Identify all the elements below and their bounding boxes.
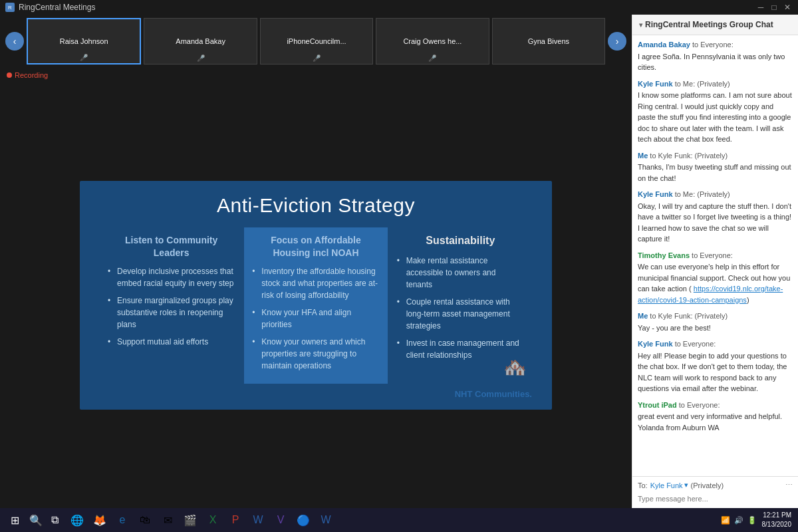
- taskbar: ⊞ 🔍 ⧉ 🌐 🦊 e 🛍 ✉ 🎬 X P W V 🔵 W 📶 🔊 🔋 12:2…: [0, 508, 798, 532]
- chat-to-2: to Kyle Funk: (Privately): [650, 152, 728, 160]
- app-icon: R: [5, 3, 15, 12]
- taskbar-mail-icon[interactable]: ✉: [157, 509, 178, 531]
- window-controls[interactable]: ─ □ ✕: [755, 2, 793, 13]
- participant-name-3: Craig Owens he...: [403, 37, 462, 45]
- participant-bar: ‹ Raisa Johnson 🎤 Amanda Bakay 🎤 iPhoneC…: [0, 15, 632, 68]
- chat-options-button[interactable]: ⋯: [785, 481, 793, 489]
- chat-panel: ▾ RingCentral Meetings Group Chat Amanda…: [632, 15, 798, 508]
- chat-message-3: Kyle Funk to Me: (Privately) Okay, I wil…: [638, 189, 793, 245]
- participant-tile-0[interactable]: Raisa Johnson 🎤: [27, 18, 141, 65]
- participant-name-0: Raisa Johnson: [60, 37, 108, 45]
- col3-bullet-1: Couple rental assistance with long-term …: [397, 296, 524, 332]
- participant-tile-3[interactable]: Craig Owens he... 🎤: [376, 18, 489, 65]
- chat-recipient-type: ▾: [684, 481, 688, 489]
- chat-message-7: Ytrout iPad to Everyone: great event and…: [638, 400, 793, 434]
- col1-bullet-0: Develop inclusive processes that embed r…: [108, 265, 235, 289]
- chat-text-6: Hey all! Please begin to add your questi…: [638, 350, 793, 394]
- participant-tile-1[interactable]: Amanda Bakay 🎤: [144, 18, 257, 65]
- chat-message-0: Amanda Bakay to Everyone: I agree Soña. …: [638, 39, 793, 73]
- title-bar: R RingCentral Meetings ─ □ ✕: [0, 0, 798, 15]
- prev-participant-button[interactable]: ‹: [5, 32, 24, 51]
- slide-footer: NHT Communities.: [100, 389, 532, 399]
- chat-to-4: to Everyone:: [692, 251, 733, 259]
- chat-message-6: Kyle Funk to Everyone: Hey all! Please b…: [638, 338, 793, 394]
- chat-to-7: to Everyone:: [679, 401, 720, 409]
- taskbar-excel-icon[interactable]: X: [202, 509, 223, 531]
- participant-name-1: Amanda Bakay: [176, 37, 225, 45]
- minimize-button[interactable]: ─: [755, 2, 766, 13]
- network-icon[interactable]: 📶: [721, 516, 730, 525]
- chat-sender-6: Kyle Funk: [638, 340, 673, 348]
- col1-header: Listen to Community Leaders: [108, 234, 235, 258]
- volume-icon[interactable]: 🔊: [734, 516, 743, 525]
- chat-to-0: to Everyone:: [692, 41, 733, 49]
- chat-messages: Amanda Bakay to Everyone: I agree Soña. …: [632, 35, 798, 476]
- slide-col-3: Sustainability Make rental assistance ac…: [389, 227, 532, 383]
- taskbar-clock[interactable]: 12:21 PM 8/13/2020: [762, 511, 792, 529]
- chat-sender-0: Amanda Bakay: [638, 41, 690, 49]
- taskbar-edge-icon[interactable]: 🌐: [66, 509, 88, 531]
- chat-sender-5: Me: [638, 312, 648, 320]
- mic-muted-icon-1: 🎤: [197, 55, 205, 62]
- chat-text-0: I agree Soña. In Pennsylvania it was onl…: [638, 51, 793, 73]
- slide: Anti-Eviction Strategy Listen to Communi…: [80, 181, 552, 409]
- chat-message-input[interactable]: [638, 493, 793, 504]
- chat-to-5: to Kyle Funk: (Privately): [650, 312, 728, 320]
- chat-msg-header-4: Timothy Evans to Everyone:: [638, 250, 793, 261]
- col1-bullet-2: Support mutual aid efforts: [108, 336, 235, 348]
- taskbar-store-icon[interactable]: 🛍: [134, 509, 156, 531]
- slide-title: Anti-Eviction Strategy: [100, 194, 532, 217]
- chat-msg-header-3: Kyle Funk to Me: (Privately): [638, 189, 793, 200]
- battery-icon[interactable]: 🔋: [747, 516, 757, 525]
- taskbar-chrome-icon[interactable]: 🔵: [293, 509, 314, 531]
- recording-dot: [7, 72, 12, 78]
- task-view-button[interactable]: ⧉: [45, 508, 64, 532]
- chat-collapse-arrow[interactable]: ▾: [639, 21, 642, 29]
- chat-link-4[interactable]: https://covid19.nlc.org/take-action/covi…: [638, 285, 783, 304]
- col2-bullet-1: Know your HFA and align priorities: [252, 307, 379, 331]
- chat-sender-3: Kyle Funk: [638, 190, 673, 198]
- taskbar-word2-icon[interactable]: W: [315, 509, 336, 531]
- taskbar-firefox-icon[interactable]: 🦊: [89, 509, 110, 531]
- chat-sender-1: Kyle Funk: [638, 80, 673, 88]
- col2-bullet-2: Know your owners and which properties ar…: [252, 336, 379, 372]
- chat-sender-2: Me: [638, 152, 648, 160]
- chat-msg-header-6: Kyle Funk to Everyone:: [638, 338, 793, 350]
- video-area: ‹ Raisa Johnson 🎤 Amanda Bakay 🎤 iPhoneC…: [0, 15, 632, 508]
- chat-text-1: I know some platforms can. I am not sure…: [638, 90, 793, 145]
- chat-msg-header-5: Me to Kyle Funk: (Privately): [638, 311, 793, 322]
- chat-header: ▾ RingCentral Meetings Group Chat: [632, 15, 798, 35]
- chat-msg-header-1: Kyle Funk to Me: (Privately): [638, 78, 793, 90]
- chat-text-7: great event and very informative and hel…: [638, 411, 793, 433]
- col3-bullet-0: Make rental assistance accessible to own…: [397, 255, 524, 291]
- mic-muted-icon-0: 🎤: [80, 54, 88, 61]
- chat-to-label: To:: [638, 481, 648, 489]
- next-participant-button[interactable]: ›: [608, 32, 626, 51]
- chat-recipient-name: Kyle Funk: [650, 481, 683, 489]
- slide-columns: Listen to Community Leaders Develop incl…: [100, 227, 532, 383]
- search-button[interactable]: 🔍: [27, 508, 45, 532]
- start-button[interactable]: ⊞: [3, 508, 27, 532]
- taskbar-time-display: 12:21 PM: [762, 511, 792, 520]
- chat-to-6: to Everyone:: [675, 340, 716, 348]
- mic-muted-icon-2: 🎤: [313, 55, 321, 62]
- close-button[interactable]: ✕: [782, 2, 793, 13]
- taskbar-ie-icon[interactable]: e: [112, 509, 133, 531]
- participant-tile-4[interactable]: Gyna Bivens: [492, 18, 605, 65]
- participant-tile-2[interactable]: iPhoneCouncilm... 🎤: [260, 18, 373, 65]
- maximize-button[interactable]: □: [769, 2, 779, 13]
- col2-header: Focus on Affordable Housing incl NOAH: [252, 234, 379, 258]
- chat-recipient-select[interactable]: Kyle Funk ▾: [650, 481, 688, 489]
- taskbar-vb-icon[interactable]: V: [270, 509, 291, 531]
- taskbar-sys-icons: 📶 🔊 🔋: [721, 516, 757, 525]
- col2-bullet-0: Inventory the affordable housing stock a…: [252, 265, 379, 301]
- chat-to-1: to Me: (Privately): [675, 80, 730, 88]
- taskbar-powerpoint-icon[interactable]: P: [225, 509, 246, 531]
- slide-col-2: Focus on Affordable Housing incl NOAH In…: [244, 227, 387, 383]
- taskbar-word-icon[interactable]: W: [247, 509, 269, 531]
- taskbar-right: 📶 🔊 🔋 12:21 PM 8/13/2020: [721, 511, 796, 529]
- participant-name-2: iPhoneCouncilm...: [287, 37, 346, 45]
- participant-name-4: Gyna Bivens: [528, 37, 569, 45]
- taskbar-vlc-icon[interactable]: 🎬: [180, 509, 201, 531]
- taskbar-date-display: 8/13/2020: [762, 520, 792, 529]
